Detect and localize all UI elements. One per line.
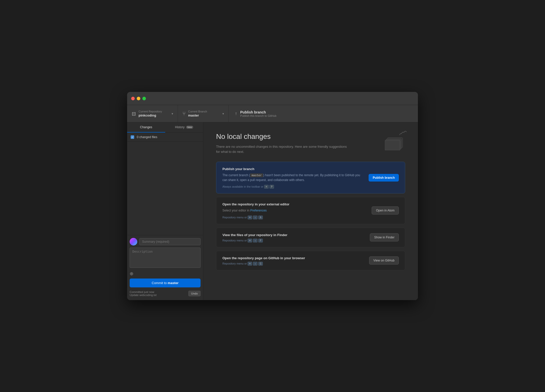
open-editor-title: Open the repository in your external edi… bbox=[222, 202, 367, 206]
repo-dropdown-arrow: ▾ bbox=[172, 112, 173, 116]
shift-key2: ⇧ bbox=[253, 216, 258, 219]
last-commit-time: Committed just now bbox=[130, 290, 157, 293]
p-key: P bbox=[269, 185, 274, 189]
last-commit-bar: Committed just now Update webcoding.txt … bbox=[130, 289, 201, 298]
repo-label: Current Repository bbox=[139, 110, 169, 113]
open-editor-text: Select your editor in Preferences bbox=[222, 208, 367, 213]
commit-button[interactable]: Commit to master bbox=[130, 279, 201, 287]
view-on-github-button[interactable]: View on GitHub bbox=[369, 256, 399, 265]
no-changes-title: No local changes bbox=[216, 133, 405, 141]
publish-icon: ↑ bbox=[235, 111, 237, 116]
avatar bbox=[130, 238, 137, 246]
minimize-button[interactable] bbox=[137, 97, 140, 100]
changes-tab-label: Changes bbox=[140, 125, 152, 129]
publish-branch-card: Publish your branch The current branch (… bbox=[216, 162, 405, 193]
titlebar bbox=[127, 92, 418, 105]
a-key: A bbox=[258, 216, 263, 219]
history-tab-label: History bbox=[175, 125, 185, 129]
open-editor-card: Open the repository in your external edi… bbox=[216, 197, 405, 224]
undo-button[interactable]: Undo bbox=[188, 291, 201, 296]
g-key: G bbox=[258, 262, 263, 266]
cmd-key3: ⌘ bbox=[248, 239, 252, 242]
sidebar: Changes History New 0 changed files bbox=[127, 122, 203, 300]
main-content: Changes History New 0 changed files bbox=[127, 122, 418, 300]
cmd-key: ⌘ bbox=[264, 185, 269, 189]
file-list bbox=[127, 142, 203, 235]
tab-history[interactable]: History New bbox=[165, 122, 203, 133]
branch-code: master bbox=[250, 173, 263, 177]
maximize-button[interactable] bbox=[142, 97, 146, 100]
commit-area: ⊕ Commit to master Committed just now Up… bbox=[127, 235, 203, 300]
branch-icon: ⑂ bbox=[183, 111, 186, 117]
shift-key4: ⇧ bbox=[253, 262, 258, 266]
publish-shortcut: Always available in the toolbar or ⌘ P bbox=[222, 185, 364, 188]
last-commit-message: Update webcoding.txt bbox=[130, 293, 157, 297]
commit-branch-label: master bbox=[168, 281, 179, 285]
cmd-key2: ⌘ bbox=[248, 216, 252, 219]
history-badge: New bbox=[186, 126, 193, 129]
repo-name: pinkcoding bbox=[139, 113, 169, 117]
current-branch-section[interactable]: ⑂ Current Branch master ▾ bbox=[178, 105, 229, 122]
current-repo-section[interactable]: ⊟ Current Repository pinkcoding ▾ bbox=[127, 105, 178, 122]
cmd-key4: ⌘ bbox=[248, 262, 252, 266]
publish-branch-toolbar[interactable]: ↑ Publish branch Publish this branch to … bbox=[229, 105, 418, 122]
show-finder-shortcut: Repository menu or ⌘ ⇧ F bbox=[222, 239, 365, 242]
traffic-lights bbox=[131, 97, 146, 100]
add-coauthor-icon[interactable]: ⊕ bbox=[130, 271, 133, 276]
svg-rect-2 bbox=[385, 140, 400, 150]
branch-name: master bbox=[188, 113, 220, 117]
publish-subtitle: Publish this branch to GitHub bbox=[240, 114, 276, 117]
branch-dropdown-arrow: ▾ bbox=[222, 112, 224, 116]
view-github-card: Open the repository page on GitHub in yo… bbox=[216, 251, 405, 270]
preferences-link[interactable]: Preferences bbox=[250, 209, 267, 212]
show-finder-card: View the files of your repository in Fin… bbox=[216, 228, 405, 247]
publish-title: Publish branch bbox=[240, 110, 276, 114]
close-button[interactable] bbox=[131, 97, 135, 100]
toolbar: ⊟ Current Repository pinkcoding ▾ ⑂ Curr… bbox=[127, 105, 418, 122]
no-changes-subtitle: There are no uncommitted changes in this… bbox=[216, 144, 348, 154]
changed-files-row[interactable]: 0 changed files bbox=[127, 133, 203, 142]
shift-key3: ⇧ bbox=[253, 239, 258, 242]
app-window: ⊟ Current Repository pinkcoding ▾ ⑂ Curr… bbox=[127, 92, 418, 300]
sidebar-tabs: Changes History New bbox=[127, 122, 203, 133]
description-input[interactable] bbox=[130, 248, 201, 268]
illustration bbox=[385, 130, 408, 150]
f-key: F bbox=[258, 239, 263, 242]
show-in-finder-button[interactable]: Show in Finder bbox=[370, 233, 399, 241]
publish-card-text: The current branch (master) hasn't been … bbox=[222, 173, 364, 183]
branch-label: Current Branch bbox=[188, 110, 220, 113]
view-github-shortcut: Repository menu or ⌘ ⇧ G bbox=[222, 262, 364, 265]
commit-summary-row bbox=[130, 238, 201, 246]
open-editor-shortcut: Repository menu or ⌘ ⇧ A bbox=[222, 216, 367, 219]
summary-input[interactable] bbox=[139, 238, 201, 245]
changed-files-label: 0 changed files bbox=[137, 135, 157, 139]
view-github-title: Open the repository page on GitHub in yo… bbox=[222, 256, 364, 260]
repo-icon: ⊟ bbox=[132, 111, 136, 117]
publish-card-title: Publish your branch bbox=[222, 167, 364, 171]
show-finder-title: View the files of your repository in Fin… bbox=[222, 233, 365, 237]
publish-branch-button[interactable]: Publish branch bbox=[369, 174, 399, 182]
content-panel: No local changes There are no uncommitte… bbox=[203, 122, 418, 300]
commit-bottom: ⊕ bbox=[130, 271, 201, 276]
select-all-checkbox[interactable] bbox=[131, 135, 134, 139]
open-in-atom-button[interactable]: Open in Atom bbox=[372, 206, 399, 215]
tab-changes[interactable]: Changes bbox=[127, 122, 165, 133]
